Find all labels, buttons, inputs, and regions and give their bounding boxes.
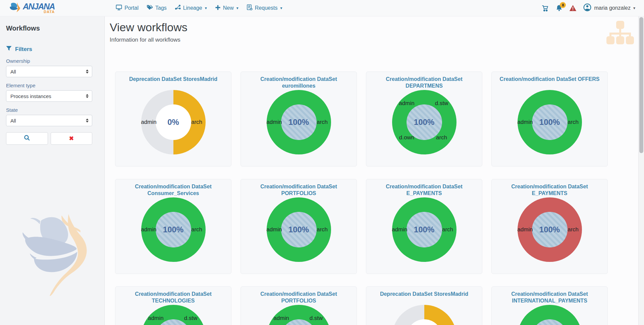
donut-percent: 100% [414, 118, 434, 127]
select-arrows-icon [86, 94, 89, 98]
donut-segment-label: arch [191, 226, 202, 233]
workflow-title-link[interactable]: Creation/modification DataSet E_PAYMENTS [496, 183, 603, 197]
donut-segment-label: admin [273, 315, 289, 322]
workflow-card: Creation/modification DataSet OFFERS100%… [491, 72, 608, 167]
workflow-title-link[interactable]: Creation/modification DataSet E_PAYMENTS [371, 183, 477, 197]
donut-percent: 100% [288, 225, 309, 234]
donut-segment-label: d.stw [310, 315, 323, 322]
donut-percent: 100% [414, 225, 434, 234]
sidebar: Workflows Filters Ownership All Element … [0, 16, 105, 325]
navbar-right: 8 maria gonzalez ▾ [542, 3, 635, 13]
fairy-watermark-image [21, 211, 94, 298]
clear-filters-button[interactable]: ✖ [51, 132, 93, 145]
nav-label: Portal [124, 5, 139, 11]
workflow-title-link[interactable]: Creation/modification DataSet OFFERS [496, 76, 603, 83]
workflow-title-link[interactable]: Deprecation DataSet StoresMadrid [120, 76, 226, 83]
ownership-select[interactable]: All [6, 66, 92, 77]
workflow-title-link[interactable]: Deprecation DataSet StoresMadrid [371, 291, 477, 297]
workflow-title-link[interactable]: Creation/modification DataSet INTERNATIO… [496, 291, 603, 304]
ownership-value: All [10, 69, 16, 75]
chevron-down-icon: ▾ [280, 6, 282, 10]
search-button[interactable] [6, 132, 48, 145]
donut-segment-label: admin [517, 119, 533, 126]
workflow-card: Deprecation DataSet StoresMadrid0%admina… [115, 72, 231, 167]
donut-center: 100% [156, 212, 191, 247]
filters-toggle[interactable]: Filters [6, 46, 92, 53]
donut-center: 100% [407, 212, 442, 247]
donut-segment-label: admin [399, 100, 414, 107]
donut-segment-label: admin [266, 226, 282, 233]
donut-segment-label: arch [317, 119, 328, 126]
filter-funnel-icon [6, 46, 12, 53]
nav-item-new[interactable]: New ▾ [215, 5, 238, 12]
donut-chart: 100%adminarch [267, 90, 331, 154]
plus-icon [215, 5, 221, 12]
donut-percent: 100% [288, 118, 309, 127]
user-avatar-icon [583, 3, 591, 13]
workflow-card: Creation/modification DataSet E_PAYMENTS… [491, 179, 608, 274]
select-arrows-icon [86, 119, 89, 123]
warning-icon[interactable] [569, 5, 577, 11]
donut-segment-label: arch [568, 226, 579, 233]
brand-logo[interactable]: ANJANA DATA [9, 1, 55, 15]
workflow-card: Deprecation DataSet StoresMadrid [366, 286, 482, 325]
nav-label: Requests [255, 5, 278, 11]
donut-percent: 100% [163, 225, 183, 234]
fairy-logo-icon [9, 1, 21, 15]
page-title: View workflows [110, 21, 644, 34]
nav-item-tags[interactable]: Tags [147, 4, 167, 12]
workflow-card: Creation/modification DataSet PORTFOLIOS… [240, 286, 357, 325]
notifications-bell-icon[interactable]: 8 [556, 5, 562, 11]
element-type-select[interactable]: Process instances [6, 90, 92, 102]
workflow-title-link[interactable]: Creation/modification DataSet TECHNOLOGI… [120, 291, 226, 304]
user-name: maria gonzalez [594, 5, 631, 11]
nav-label: Lineage [183, 5, 202, 11]
nav-label: New [223, 5, 234, 11]
tags-icon [147, 4, 153, 12]
donut-segment-label: admin [141, 119, 156, 126]
workflow-card: Creation/modification DataSet TECHNOLOGI… [115, 286, 231, 325]
clear-x-icon: ✖ [69, 135, 74, 142]
state-value: All [10, 118, 16, 124]
workflow-title-link[interactable]: Creation/modification DataSet PORTFOLIOS [246, 183, 352, 197]
chevron-down-icon: ▾ [633, 6, 635, 10]
user-menu[interactable]: maria gonzalez ▾ [583, 3, 635, 13]
donut-segment-label: d.stw [184, 315, 198, 322]
donut-chart: 100%adminarch [518, 90, 582, 154]
donut-percent: 100% [539, 225, 560, 234]
cart-icon[interactable] [542, 5, 549, 11]
sitemap-icon [606, 21, 634, 46]
workflow-title-link[interactable]: Creation/modification DataSet DEPARTMENS [371, 76, 477, 89]
donut-chart: 100%adminarch [267, 197, 331, 262]
donut-chart: 100%adminarch [392, 197, 457, 262]
nav-item-portal[interactable]: Portal [116, 4, 139, 12]
workflow-card: Creation/modification DataSet INTERNATIO… [491, 286, 608, 325]
donut-center: 0% [156, 104, 191, 140]
donut-segment-label: d.own [399, 134, 414, 141]
workflow-title-link[interactable]: Creation/modification DataSet euromillon… [246, 76, 352, 89]
donut-segment-label: admin [392, 226, 407, 233]
scrollbar-thumb[interactable] [639, 17, 643, 153]
main-menu: Portal Tags Lineage ▾ [116, 4, 282, 12]
sidebar-title: Workflows [6, 25, 92, 32]
workflow-title-link[interactable]: Creation/modification DataSet Consumer_S… [120, 183, 226, 197]
donut-center: 100% [281, 104, 317, 140]
donut-percent: 100% [539, 118, 560, 127]
workflow-card: Creation/modification DataSet Consumer_S… [115, 179, 231, 274]
workflow-card: Creation/modification DataSet DEPARTMENS… [366, 72, 482, 167]
workflow-title-link[interactable]: Creation/modification DataSet PORTFOLIOS [246, 291, 352, 304]
ownership-label: Ownership [6, 58, 92, 64]
state-select[interactable]: All [6, 115, 92, 126]
nav-item-lineage[interactable]: Lineage ▾ [175, 4, 207, 12]
chevron-down-icon: ▾ [236, 6, 238, 10]
donut-segment-label: arch [568, 119, 579, 126]
donut-chart: admind.stw [267, 305, 331, 325]
donut-segment-label: d.stw [435, 100, 448, 107]
donut-segment-label: admin [517, 226, 533, 233]
donut-center: 100% [532, 104, 568, 140]
donut-percent: 0% [167, 118, 179, 127]
nav-item-requests[interactable]: Requests ▾ [247, 4, 282, 12]
donut-center: 100% [532, 212, 568, 247]
scrollbar-track[interactable] [638, 16, 644, 325]
donut-chart: 100%adminarch [518, 197, 582, 262]
